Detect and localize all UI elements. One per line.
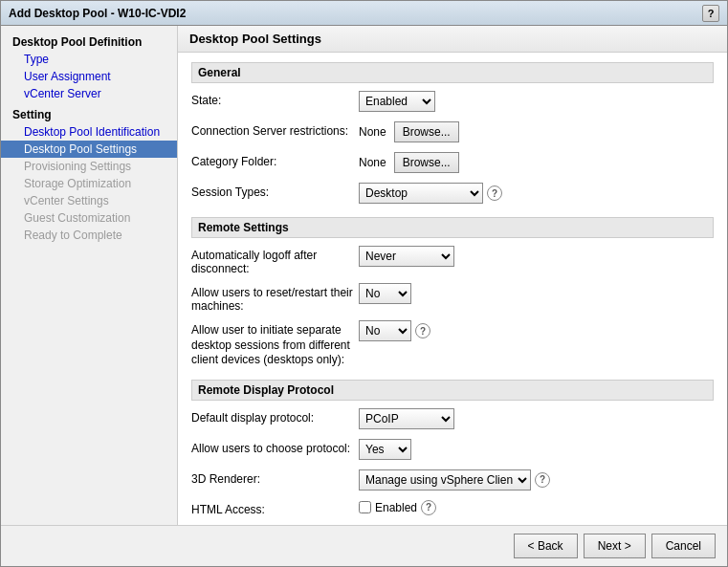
state-control: Enabled Disabled bbox=[359, 91, 714, 112]
allow-choose-select[interactable]: Yes No bbox=[359, 439, 411, 460]
session-types-label: Session Types: bbox=[191, 183, 359, 199]
allow-reset-control: No Yes bbox=[359, 283, 714, 304]
renderer-label: 3D Renderer: bbox=[191, 469, 359, 486]
sidebar-item-guest-customization: Guest Customization bbox=[1, 209, 177, 227]
remote-display-title: Remote Display Protocol bbox=[191, 380, 714, 401]
allow-reset-row: Allow users to reset/restart their machi… bbox=[191, 283, 714, 313]
allow-initiate-label: Allow user to initiate separate desktop … bbox=[191, 320, 359, 368]
html-access-help-icon[interactable]: ? bbox=[421, 500, 436, 515]
html-access-label: HTML Access: bbox=[191, 500, 359, 516]
connection-server-value: None bbox=[359, 125, 390, 139]
general-section: General State: Enabled Disabled bbox=[191, 62, 714, 206]
allow-initiate-select[interactable]: No Yes bbox=[359, 320, 411, 341]
content-area: Desktop Pool Settings General State: Ena… bbox=[178, 26, 727, 525]
allow-choose-row: Allow users to choose protocol: Yes No bbox=[191, 439, 714, 462]
renderer-select[interactable]: Manage using vSphere Client Disabled Aut… bbox=[359, 469, 531, 491]
autologoff-select[interactable]: Never Immediately After... bbox=[359, 246, 454, 267]
state-label: State: bbox=[191, 91, 359, 107]
remote-settings-section: Remote Settings Automatically logoff aft… bbox=[191, 217, 714, 368]
sidebar-item-type[interactable]: Type bbox=[1, 51, 177, 68]
sidebar-item-provisioning-settings: Provisioning Settings bbox=[1, 158, 177, 175]
remote-settings-title: Remote Settings bbox=[191, 217, 714, 238]
title-bar: Add Desktop Pool - W10-IC-VDI2 ? bbox=[1, 1, 727, 26]
sidebar-definition-header: Desktop Pool Definition bbox=[1, 33, 177, 51]
sidebar-item-storage-optimization: Storage Optimization bbox=[1, 175, 177, 192]
allow-reset-label: Allow users to reset/restart their machi… bbox=[191, 283, 359, 313]
connection-server-control: None Browse... bbox=[359, 121, 714, 142]
footer: < Back Next > Cancel bbox=[1, 525, 727, 566]
general-title: General bbox=[191, 62, 714, 83]
allow-initiate-help-icon[interactable]: ? bbox=[415, 323, 430, 338]
main-content: Desktop Pool Definition Type User Assign… bbox=[1, 26, 727, 525]
window-title: Add Desktop Pool - W10-IC-VDI2 bbox=[9, 7, 186, 20]
default-display-control: PCoIP RDP BLAST bbox=[359, 408, 714, 429]
allow-choose-label: Allow users to choose protocol: bbox=[191, 439, 359, 455]
allow-initiate-control: No Yes ? bbox=[359, 320, 714, 341]
connection-server-label: Connection Server restrictions: bbox=[191, 121, 359, 138]
sidebar-item-desktop-pool-settings[interactable]: Desktop Pool Settings bbox=[1, 141, 177, 158]
content-header: Desktop Pool Settings bbox=[178, 26, 727, 53]
sidebar-item-desktop-pool-identification[interactable]: Desktop Pool Identification bbox=[1, 123, 177, 141]
sidebar-setting-header: Setting bbox=[1, 106, 177, 123]
html-access-checkbox-row: Enabled ? bbox=[359, 500, 436, 515]
session-types-control: Desktop Application Desktop and Applicat… bbox=[359, 183, 714, 204]
session-types-help-icon[interactable]: ? bbox=[487, 185, 502, 201]
sidebar-item-user-assignment[interactable]: User Assignment bbox=[1, 68, 177, 85]
state-select[interactable]: Enabled Disabled bbox=[359, 91, 435, 112]
allow-reset-select[interactable]: No Yes bbox=[359, 283, 411, 304]
default-display-select[interactable]: PCoIP RDP BLAST bbox=[359, 408, 454, 429]
main-window: Add Desktop Pool - W10-IC-VDI2 ? Desktop… bbox=[0, 0, 728, 567]
default-display-label: Default display protocol: bbox=[191, 408, 359, 425]
session-types-row: Session Types: Desktop Application Deskt… bbox=[191, 183, 714, 206]
sidebar: Desktop Pool Definition Type User Assign… bbox=[1, 26, 178, 525]
allow-initiate-row: Allow user to initiate separate desktop … bbox=[191, 320, 714, 368]
category-folder-row: Category Folder: None Browse... bbox=[191, 152, 714, 175]
html-access-control: Enabled ? Requires installation of HTML … bbox=[359, 500, 714, 525]
scrollable-content: General State: Enabled Disabled bbox=[178, 53, 727, 525]
connection-server-browse-button[interactable]: Browse... bbox=[394, 121, 459, 142]
autologoff-control: Never Immediately After... bbox=[359, 246, 714, 267]
html-access-row: HTML Access: Enabled ? Requires installa… bbox=[191, 500, 714, 525]
sidebar-item-vcenter-server[interactable]: vCenter Server bbox=[1, 85, 177, 102]
renderer-control: Manage using vSphere Client Disabled Aut… bbox=[359, 469, 714, 491]
renderer-help-icon[interactable]: ? bbox=[535, 472, 550, 488]
allow-choose-control: Yes No bbox=[359, 439, 714, 460]
default-display-row: Default display protocol: PCoIP RDP BLAS… bbox=[191, 408, 714, 431]
autologoff-label: Automatically logoff after disconnect: bbox=[191, 246, 359, 275]
html-access-note: Requires installation of HTML Access. bbox=[359, 523, 552, 525]
html-access-checkbox[interactable] bbox=[359, 501, 371, 513]
category-folder-value: None bbox=[359, 156, 390, 169]
autologoff-row: Automatically logoff after disconnect: N… bbox=[191, 246, 714, 275]
next-button[interactable]: Next > bbox=[584, 534, 646, 558]
cancel-button[interactable]: Cancel bbox=[651, 534, 716, 558]
sidebar-item-ready-to-complete: Ready to Complete bbox=[1, 227, 177, 244]
category-folder-label: Category Folder: bbox=[191, 152, 359, 168]
back-button[interactable]: < Back bbox=[514, 534, 578, 558]
category-folder-browse-button[interactable]: Browse... bbox=[394, 152, 459, 173]
title-help-button[interactable]: ? bbox=[702, 5, 719, 22]
remote-display-section: Remote Display Protocol Default display … bbox=[191, 380, 714, 525]
renderer-row: 3D Renderer: Manage using vSphere Client… bbox=[191, 469, 714, 492]
category-folder-control: None Browse... bbox=[359, 152, 714, 173]
sidebar-item-vcenter-settings: vCenter Settings bbox=[1, 192, 177, 209]
session-types-select[interactable]: Desktop Application Desktop and Applicat… bbox=[359, 183, 483, 204]
html-access-checkbox-label: Enabled bbox=[375, 501, 417, 514]
connection-server-row: Connection Server restrictions: None Bro… bbox=[191, 121, 714, 144]
state-row: State: Enabled Disabled bbox=[191, 91, 714, 114]
